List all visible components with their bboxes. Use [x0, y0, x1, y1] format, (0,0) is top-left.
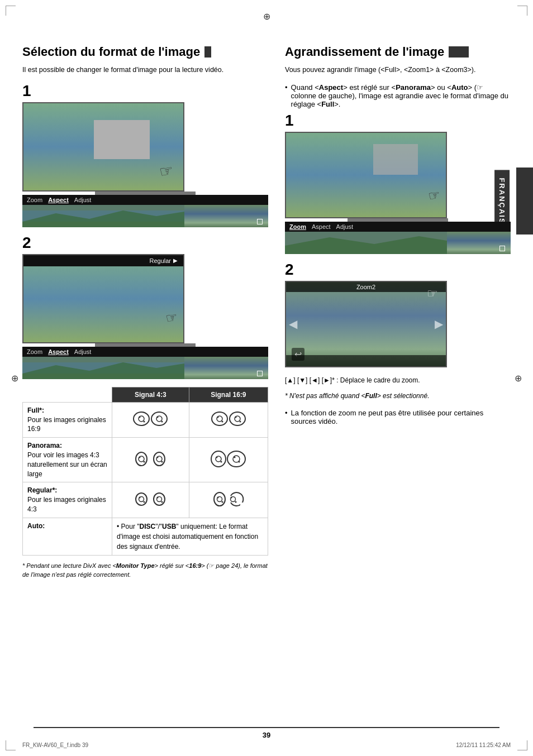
- svg-point-37: [238, 461, 240, 463]
- dropdown-label: Regular: [149, 257, 171, 264]
- zoom-nav-left-arrow: ◀: [289, 317, 297, 331]
- bullet-dot-2: •: [285, 409, 288, 425]
- right-menu-bar: Zoom Aspect Adjust: [285, 222, 511, 232]
- svg-point-16: [217, 417, 218, 418]
- right-section-title: Agrandissement de l'image: [285, 45, 511, 59]
- svg-point-41: [144, 501, 145, 503]
- left-photo-strip: [22, 205, 268, 227]
- panorama-signal43-icon: [112, 438, 189, 482]
- bullet-dot-1: •: [285, 83, 288, 108]
- zoom-bottom-bar: [286, 355, 446, 366]
- svg-point-50: [221, 501, 223, 503]
- right-screen-inner-rect: [373, 144, 418, 175]
- right-step2-screen-wrap: Zoom2 ◀ ▶ ☞ ↩: [285, 281, 511, 367]
- regular-signal43-icon: [112, 482, 189, 518]
- zoom-label: Zoom2: [356, 284, 375, 290]
- left-step2-screen: Regular ▶ ☞: [22, 254, 184, 343]
- left-step2-num: 2: [22, 235, 268, 251]
- svg-point-33: [220, 461, 222, 463]
- svg-point-22: [136, 452, 147, 466]
- dropdown-bar: Regular ▶: [23, 255, 183, 266]
- right-strip-indicator: [499, 246, 505, 251]
- svg-point-24: [139, 457, 141, 458]
- strip-indicator-s2: [257, 371, 263, 376]
- svg-point-32: [216, 457, 217, 458]
- zoom-nav-right-arrow: ▶: [435, 317, 443, 331]
- menu-zoom-left-s2[interactable]: Zoom: [27, 348, 42, 355]
- svg-point-9: [144, 421, 145, 423]
- left-title-bar: [204, 46, 211, 58]
- right-asterisk-note: * N'est pas affiché quand <Full> est sél…: [285, 391, 511, 401]
- right-step1-num: 1: [285, 113, 511, 128]
- table-row-regular: Regular*: Pour les images originales 4:3: [23, 482, 268, 518]
- menu-aspect-left[interactable]: Aspect: [48, 197, 69, 203]
- svg-point-53: [235, 501, 236, 503]
- svg-point-34: [227, 451, 245, 467]
- svg-point-29: [161, 461, 163, 463]
- right-step2-num: 2: [285, 262, 511, 277]
- strip-indicator: [257, 219, 263, 224]
- left-section-desc: Il est possible de changer le format d'i…: [22, 65, 268, 75]
- right-nav-note: [▲] [▼] [◄] [►]* : Déplace le cadre du z…: [285, 375, 511, 385]
- svg-point-8: [139, 417, 141, 418]
- svg-point-38: [136, 493, 147, 505]
- right-bullet1-text: Quand <Aspect> est réglé sur <Panorama> …: [291, 83, 511, 108]
- menu-zoom-left[interactable]: Zoom: [27, 197, 42, 203]
- panorama-signal169-icon: [189, 438, 268, 482]
- right-bullet2-text: La fonction de zoom ne peut pas être uti…: [291, 409, 511, 425]
- footer-date: 12/12/11 11:25:42 AM: [456, 742, 511, 748]
- svg-point-52: [230, 497, 232, 499]
- svg-point-20: [235, 417, 236, 418]
- right-hand-cursor-step1: ☞: [427, 186, 442, 204]
- left-title-text: Sélection du format de l'image: [22, 45, 200, 59]
- svg-point-44: [157, 497, 159, 499]
- left-photo-strip-svg: [22, 205, 184, 227]
- svg-point-42: [154, 493, 165, 505]
- svg-point-36: [234, 457, 235, 458]
- svg-rect-46: [164, 504, 169, 509]
- left-section-title: Sélection du format de l'image: [22, 45, 268, 59]
- footer-info: FR_KW-AV60_E_f.indb 39 12/12/11 11:25:42…: [22, 742, 511, 748]
- zoom-top-bar: Zoom2: [286, 282, 446, 292]
- hand-cursor-icon: ☞: [158, 161, 174, 181]
- auto-label-rest: • Pour "DISC"/"USB" uniquement: Le forma…: [117, 523, 258, 551]
- format-table: Signal 4:3 Signal 16:9 Full*: Pour les i…: [22, 387, 268, 556]
- table-row-auto: Auto: • Pour "DISC"/"USB" uniquement: Le…: [23, 518, 268, 555]
- left-photo-strip-svg-s2: [22, 357, 184, 379]
- svg-point-28: [157, 457, 159, 458]
- full-signal43-icon: [112, 402, 189, 437]
- menu-adjust-left[interactable]: Adjust: [74, 197, 92, 203]
- svg-point-14: [212, 412, 227, 425]
- menu-adjust-right[interactable]: Adjust: [336, 223, 354, 230]
- footer-file: FR_KW-AV60_E_f.indb 39: [22, 742, 88, 748]
- panorama-label-rest: Pour voir les images 4:3 naturellement s…: [27, 451, 107, 478]
- regular-signal169-icon: [189, 482, 268, 518]
- page-number: 39: [263, 731, 270, 739]
- menu-zoom-right[interactable]: Zoom: [289, 223, 306, 230]
- right-photo-strip: [285, 232, 511, 254]
- left-menu-bar: Zoom Aspect Adjust: [22, 195, 268, 205]
- right-title-bar: [449, 46, 469, 58]
- table-row-full: Full*: Pour les images originales 16:9: [23, 402, 268, 437]
- svg-point-18: [230, 412, 245, 425]
- hand-cursor-step2: ☞: [164, 309, 179, 326]
- right-step1-screen: ☞: [285, 132, 447, 218]
- svg-point-49: [217, 497, 218, 499]
- svg-rect-54: [240, 503, 248, 509]
- right-column: Agrandissement de l'image Vous pouvez ag…: [285, 45, 511, 580]
- svg-point-10: [151, 412, 167, 425]
- right-photo-strip-svg: [285, 232, 447, 254]
- menu-adjust-left-s2[interactable]: Adjust: [74, 348, 92, 355]
- left-photo-strip-s2: [22, 357, 268, 379]
- svg-point-45: [161, 501, 163, 503]
- svg-point-13: [161, 421, 163, 423]
- svg-point-25: [144, 461, 145, 463]
- left-column: Sélection du format de l'image Il est po…: [22, 45, 268, 580]
- regular-label-rest: Pour les images originales 4:3: [27, 496, 106, 513]
- menu-aspect-right[interactable]: Aspect: [312, 223, 331, 230]
- left-footnote: * Pendant une lecture DivX avec <Monitor…: [22, 561, 268, 580]
- svg-point-40: [139, 497, 141, 499]
- auto-label-bold: Auto:: [27, 522, 45, 530]
- menu-aspect-left-s2[interactable]: Aspect: [48, 348, 69, 355]
- regular-label-bold: Regular*:: [27, 486, 57, 494]
